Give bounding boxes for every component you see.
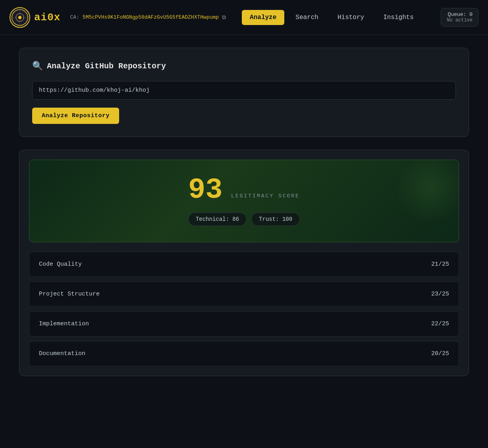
copy-icon[interactable]: ⧉ <box>222 14 226 21</box>
score-label: LEGITIMACY SCORE <box>231 193 300 199</box>
analyze-title-icon: 🔍 <box>32 61 43 71</box>
queue-title: Queue: 0 <box>447 12 473 17</box>
header: ai0x CA: 5M5cPVHs9K1FoNGNgp58dAFzGvU5G5f… <box>0 0 488 35</box>
metric-score-code-quality: 21/25 <box>431 261 449 268</box>
queue-status: No active <box>447 17 473 23</box>
trust-badge: Trust: 100 <box>251 212 300 226</box>
score-number: 93 <box>188 176 222 205</box>
ca-label: CA: <box>70 14 79 20</box>
results-card: 93 LEGITIMACY SCORE Technical: 86 Trust:… <box>19 150 469 376</box>
nav-history[interactable]: History <box>330 10 372 25</box>
repo-input[interactable] <box>32 81 456 100</box>
logo-icon <box>10 7 30 28</box>
score-badges: Technical: 86 Trust: 100 <box>39 212 449 226</box>
analyze-title-text: Analyze GitHub Repository <box>47 62 166 71</box>
metric-name-project-structure: Project Structure <box>39 291 100 297</box>
metric-row-project-structure: Project Structure 23/25 <box>29 282 459 307</box>
metric-row-implementation: Implementation 22/25 <box>29 311 459 336</box>
metric-score-documentation: 20/25 <box>431 350 449 357</box>
analyze-card: 🔍 Analyze GitHub Repository Analyze Repo… <box>19 48 469 137</box>
nav-insights[interactable]: Insights <box>375 10 422 25</box>
main-content: 🔍 Analyze GitHub Repository Analyze Repo… <box>0 35 488 389</box>
queue-badge: Queue: 0 No active <box>441 8 478 27</box>
analyze-title: 🔍 Analyze GitHub Repository <box>32 61 456 71</box>
nav-analyze[interactable]: Analyze <box>242 10 284 25</box>
logo-text: ai0x <box>34 12 60 23</box>
nav-area: Analyze Search History Insights <box>242 10 431 25</box>
technical-badge: Technical: 86 <box>188 212 247 226</box>
nav-search[interactable]: Search <box>287 10 326 25</box>
ca-value: 5M5cPVHs9K1FoNGNgp58dAFzGvU5G5fEADZHXTHw… <box>83 14 219 20</box>
metric-name-documentation: Documentation <box>39 350 85 357</box>
analyze-button[interactable]: Analyze Repository <box>32 108 119 124</box>
metric-name-code-quality: Code Quality <box>39 261 82 268</box>
logo-area: ai0x <box>10 7 60 28</box>
ca-area: CA: 5M5cPVHs9K1FoNGNgp58dAFzGvU5G5fEADZH… <box>70 14 226 21</box>
metrics-list: Code Quality 21/25 Project Structure 23/… <box>29 252 459 366</box>
score-display: 93 LEGITIMACY SCORE <box>39 176 449 205</box>
metric-name-implementation: Implementation <box>39 321 89 327</box>
metric-row-documentation: Documentation 20/25 <box>29 341 459 366</box>
metric-score-implementation: 22/25 <box>431 321 449 327</box>
metric-score-project-structure: 23/25 <box>431 291 449 297</box>
score-section: 93 LEGITIMACY SCORE Technical: 86 Trust:… <box>29 160 459 242</box>
metric-row-code-quality: Code Quality 21/25 <box>29 252 459 277</box>
